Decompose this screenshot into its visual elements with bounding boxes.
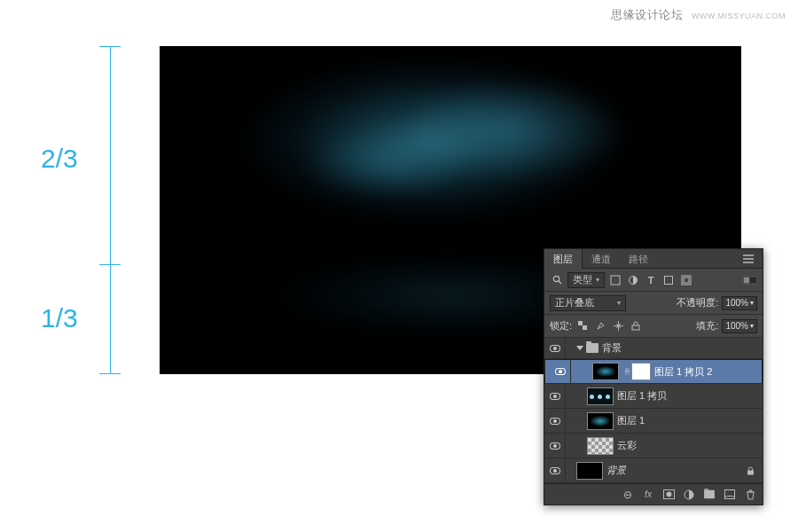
layer-thumbnail[interactable] [587, 387, 614, 405]
mask-icon[interactable] [660, 488, 677, 502]
blend-mode-select[interactable]: 正片叠底▾ [550, 295, 626, 311]
filter-type-icon[interactable]: T [644, 273, 658, 287]
filter-adjust-icon[interactable] [626, 273, 640, 287]
panel-menu-icon[interactable] [743, 254, 763, 263]
fill-input[interactable]: 100%▾ [722, 319, 757, 333]
layer-name: 图层 1 [617, 414, 645, 427]
filter-kind-select[interactable]: 类型▾ [567, 272, 605, 288]
eye-icon [550, 393, 560, 400]
eye-icon [550, 467, 560, 474]
chevron-down-icon: ▾ [596, 276, 599, 284]
trash-icon[interactable] [741, 488, 759, 502]
eye-icon [550, 345, 560, 352]
layer-name: 背景 [606, 464, 626, 477]
filter-shape-icon[interactable] [661, 273, 676, 287]
filter-row: 类型▾ T [544, 269, 763, 292]
svg-point-0 [553, 276, 559, 281]
adjustment-icon[interactable] [680, 488, 698, 502]
eye-icon [555, 368, 566, 375]
lock-icon [743, 464, 757, 478]
lock-label: 锁定: [550, 319, 572, 332]
visibility-toggle[interactable] [544, 434, 566, 458]
watermark-forum: 思缘设计论坛 [611, 8, 683, 21]
svg-point-13 [666, 492, 671, 497]
tab-layers[interactable]: 图层 [544, 249, 583, 269]
layers-panel: 图层 通道 路径 类型▾ T 正片叠底▾ 不透明度: 100%▾ 锁定: 填充:… [544, 248, 763, 505]
layer-thumbnail[interactable] [587, 412, 614, 430]
svg-rect-1 [611, 276, 620, 285]
layer-name: 云彩 [617, 439, 637, 452]
panel-tabbar: 图层 通道 路径 [544, 249, 763, 269]
link-layers-icon[interactable]: ⊖ [619, 488, 637, 502]
layer-name: 图层 1 拷贝 2 [654, 365, 712, 379]
eye-icon [550, 442, 560, 450]
visibility-toggle[interactable] [544, 338, 566, 358]
layer-row[interactable]: 图层 1 拷贝 [544, 384, 763, 409]
svg-rect-15 [725, 490, 735, 499]
chevron-down-icon: ▾ [617, 299, 621, 307]
opacity-input[interactable]: 100%▾ [722, 296, 757, 310]
svg-rect-5 [684, 278, 689, 283]
disclosure-triangle-icon[interactable] [576, 346, 583, 350]
layer-list: 背景 ⎘ 图层 1 拷贝 2 图层 1 拷贝 图层 1 [544, 338, 763, 483]
lock-position-icon[interactable] [611, 319, 625, 333]
cloud-upper [246, 46, 655, 258]
filter-pixel-icon[interactable] [608, 273, 622, 287]
layer-row[interactable]: 背景 [544, 458, 763, 483]
ruler-tick [99, 46, 121, 47]
search-icon[interactable] [550, 273, 564, 287]
ruler-tick [99, 373, 121, 374]
layer-thumbnail[interactable] [592, 363, 619, 380]
ruler-tick [99, 264, 121, 265]
layer-name: 图层 1 拷贝 [617, 389, 667, 403]
layer-row[interactable]: 云彩 [544, 434, 763, 458]
ruler-bar-lower [110, 264, 111, 374]
panel-footer: ⊖ fx [544, 483, 763, 505]
new-layer-icon[interactable] [721, 488, 739, 502]
lock-pixels-icon[interactable] [593, 319, 607, 333]
group-icon[interactable] [700, 488, 718, 502]
lock-row: 锁定: 填充: 100%▾ [544, 315, 763, 338]
ruler-label-lower: 1/3 [41, 303, 78, 333]
lock-all-icon[interactable] [629, 319, 643, 333]
svg-rect-3 [665, 276, 673, 284]
filter-smart-icon[interactable] [679, 273, 693, 287]
ruler-bar-upper [110, 46, 111, 264]
lock-transparency-icon[interactable] [575, 319, 590, 333]
mask-link-icon[interactable]: ⎘ [622, 367, 631, 376]
svg-rect-8 [578, 321, 583, 325]
visibility-toggle[interactable] [544, 384, 566, 408]
layer-thumbnail[interactable] [576, 462, 603, 480]
svg-rect-11 [747, 470, 754, 474]
blend-mode-value: 正片叠底 [555, 296, 594, 309]
watermark: 思缘设计论坛 WWW.MISSYUAN.COM [611, 7, 786, 23]
fill-label: 填充: [696, 319, 718, 332]
svg-rect-10 [632, 325, 639, 330]
group-name: 背景 [602, 341, 622, 355]
tab-paths[interactable]: 路径 [620, 249, 657, 269]
layer-row[interactable]: 图层 1 [544, 409, 763, 434]
layer-thumbnail[interactable] [587, 437, 614, 455]
layer-row[interactable]: ⎘ 图层 1 拷贝 2 [544, 359, 763, 384]
layer-group[interactable]: 背景 [544, 338, 763, 359]
eye-icon [550, 418, 560, 425]
watermark-url: WWW.MISSYUAN.COM [692, 12, 786, 20]
blend-row: 正片叠底▾ 不透明度: 100%▾ [544, 292, 763, 315]
opacity-value: 100% [725, 298, 748, 308]
mask-thumbnail[interactable] [631, 363, 651, 380]
svg-rect-7 [744, 277, 749, 282]
filter-toggle[interactable] [743, 273, 757, 287]
proportion-ruler: 2/3 1/3 [41, 46, 147, 374]
folder-icon [586, 343, 598, 353]
fill-value: 100% [725, 321, 748, 331]
visibility-toggle[interactable] [544, 409, 566, 433]
ruler-label-upper: 2/3 [41, 144, 78, 174]
tab-channels[interactable]: 通道 [583, 249, 620, 269]
fx-icon[interactable]: fx [639, 488, 657, 502]
opacity-label: 不透明度: [677, 296, 718, 309]
filter-kind-label: 类型 [573, 273, 592, 286]
visibility-toggle[interactable] [550, 360, 571, 383]
visibility-toggle[interactable] [544, 458, 566, 482]
svg-rect-9 [583, 325, 587, 330]
